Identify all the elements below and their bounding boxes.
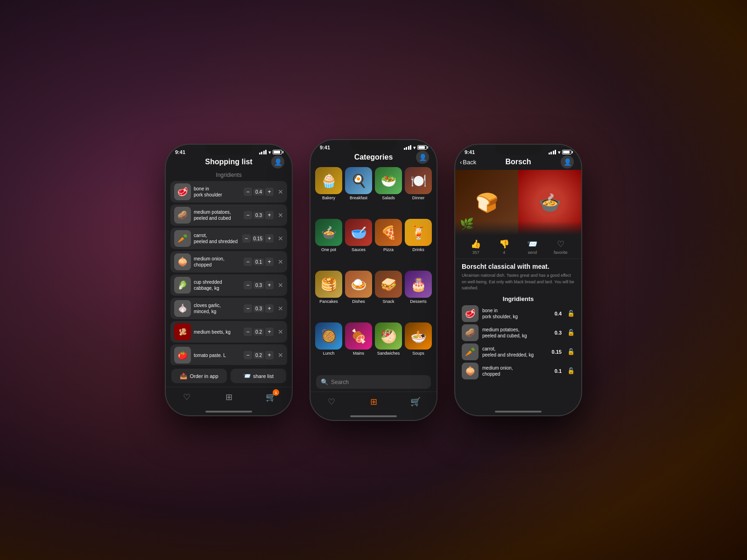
delete-icon[interactable]: ✕ xyxy=(278,281,283,289)
signal-2 xyxy=(404,145,412,150)
tab-categories-2[interactable]: ⊞ xyxy=(364,395,383,409)
send-button[interactable]: 📨 send xyxy=(518,239,547,255)
delete-icon[interactable]: ✕ xyxy=(278,258,283,266)
tab-favorites-2[interactable]: ♡ xyxy=(322,395,341,409)
thumbs-down-icon: 👎 xyxy=(499,239,509,249)
ingredient-name: medium beets, kg xyxy=(194,329,241,335)
phone-recipe: 9:41 ▾ ‹ Back Borsch 👤 🍞 xyxy=(455,145,581,415)
ingredient-name: medium potatoes,peeled and cubed, kg xyxy=(482,327,551,339)
profile-icon-3[interactable]: 👤 xyxy=(561,155,574,168)
recipe-title-header: Borsch xyxy=(505,158,531,166)
ingredient-name: carrot,peeled and shredded, kg xyxy=(482,346,548,358)
qty-minus[interactable]: − xyxy=(244,188,252,196)
qty-plus[interactable]: + xyxy=(265,351,274,359)
send-label: send xyxy=(528,250,537,255)
search-bar[interactable]: 🔍 Search xyxy=(316,375,431,389)
category-item-salads[interactable]: 🥗 Salads xyxy=(375,167,402,216)
bottom-tabs-2: ♡ ⊞ 🛒 xyxy=(310,392,437,413)
recipe-header: ‹ Back Borsch 👤 xyxy=(455,156,581,170)
category-label: Salads xyxy=(382,196,395,200)
profile-icon-2[interactable]: 👤 xyxy=(416,151,429,164)
qty-plus[interactable]: + xyxy=(265,281,274,289)
qty-plus[interactable]: + xyxy=(265,304,274,313)
ingredient-name: tomato paste. L xyxy=(194,352,241,358)
qty-plus[interactable]: + xyxy=(265,211,274,219)
send-icon: 📨 xyxy=(527,239,537,249)
qty-minus[interactable]: − xyxy=(244,304,252,313)
lock-icon[interactable]: 🔓 xyxy=(567,310,575,317)
category-item-sauces[interactable]: 🥣 Sauces xyxy=(345,219,372,268)
category-item-pancakes[interactable]: 🥞 Pancakes xyxy=(315,271,342,320)
category-item-mains[interactable]: 🍖 Mains xyxy=(345,322,372,371)
back-button[interactable]: ‹ Back xyxy=(460,159,476,166)
category-item-soups[interactable]: 🍜 Soups xyxy=(405,322,432,371)
tab-favorites-1[interactable]: ♡ xyxy=(177,390,196,404)
recipe-ingredient-row: 🥩 bone inpork shoulder, kg 0.4 🔓 xyxy=(462,305,575,322)
profile-icon-1[interactable]: 👤 xyxy=(271,155,284,168)
delete-icon[interactable]: ✕ xyxy=(278,328,283,336)
delete-icon[interactable]: ✕ xyxy=(278,351,283,359)
qty-minus[interactable]: − xyxy=(244,211,252,219)
dislike-button[interactable]: 👎 4 xyxy=(490,239,519,255)
qty-plus[interactable]: + xyxy=(265,328,274,336)
battery-1 xyxy=(273,150,282,154)
favorite-button[interactable]: ♡ favorite xyxy=(547,239,575,255)
qty-minus[interactable]: − xyxy=(244,258,252,266)
qty-plus[interactable]: + xyxy=(265,234,274,243)
category-item-drinks[interactable]: 🍹 Drinks xyxy=(405,219,432,268)
qty-value: 0.15 xyxy=(252,235,264,242)
delete-icon[interactable]: ✕ xyxy=(278,211,283,219)
share-list-button[interactable]: 📨 share list xyxy=(231,369,286,383)
qty-controls: − 0.1 + xyxy=(244,258,274,266)
category-item-dinner[interactable]: 🍽️ Dinner xyxy=(405,167,432,216)
lock-icon[interactable]: 🔓 xyxy=(567,367,575,374)
ingredient-image: 🧅 xyxy=(462,363,479,379)
ingredient-name: bone inpork shoulder xyxy=(194,186,241,198)
tab-categories-1[interactable]: ⊞ xyxy=(219,390,238,404)
ingredient-name: medium onion,chopped xyxy=(194,256,241,268)
ingredient-name: medium potatoes,peeled and cubed xyxy=(194,209,241,221)
qty-minus[interactable]: − xyxy=(244,351,252,359)
ingredient-qty: 0.4 xyxy=(555,311,562,316)
like-button[interactable]: 👍 357 xyxy=(462,239,490,255)
ingredient-list: 🥩 bone inpork shoulder − 0.4 + ✕ 🥔 mediu… xyxy=(166,181,292,365)
category-item-sandwiches[interactable]: 🥙 Sandwiches xyxy=(375,322,402,371)
lock-icon[interactable]: 🔓 xyxy=(567,329,575,336)
shopping-header: Shopping list 👤 xyxy=(166,156,292,170)
tab-cart-1[interactable]: 🛒 1 xyxy=(261,390,280,404)
category-item-dishes[interactable]: 🍛 Dishes xyxy=(345,271,372,320)
category-item-desserts[interactable]: 🎂 Desserts xyxy=(405,271,432,320)
qty-minus[interactable]: − xyxy=(244,281,252,289)
qty-plus[interactable]: + xyxy=(265,188,274,196)
category-item-onepot[interactable]: 🍲 One pot xyxy=(315,219,342,268)
ingredient-image: 🍅 xyxy=(174,347,191,364)
qty-value: 0.2 xyxy=(254,352,264,359)
home-indicator-1 xyxy=(205,411,252,413)
qty-plus[interactable]: + xyxy=(265,258,274,266)
share-icon: 📨 xyxy=(243,372,251,379)
recipe-description: Ukrainian national dish. Tastes great an… xyxy=(462,273,575,292)
phone-shopping-list: 9:41 ▾ Shopping list 👤 Ingridients 🥩 bon… xyxy=(166,145,292,415)
category-item-lunch[interactable]: 🥘 Lunch xyxy=(315,322,342,371)
delete-icon[interactable]: ✕ xyxy=(278,305,283,312)
chevron-left-icon: ‹ xyxy=(460,159,462,166)
wifi-3: ▾ xyxy=(558,150,560,155)
category-item-pizza[interactable]: 🍕 Pizza xyxy=(375,219,402,268)
category-image: 🍕 xyxy=(375,219,402,246)
category-item-breakfast[interactable]: 🍳 Breakfast xyxy=(345,167,372,216)
delete-icon[interactable]: ✕ xyxy=(278,188,283,196)
order-in-app-button[interactable]: 📤 Order in app xyxy=(171,369,227,383)
qty-minus[interactable]: − xyxy=(244,328,252,336)
recipe-content: Borscht classical with meat. Ukrainian n… xyxy=(455,259,581,409)
ingredient-name: carrot,peeled and shredded xyxy=(194,232,240,245)
lock-icon[interactable]: 🔓 xyxy=(567,348,575,355)
tab-cart-2[interactable]: 🛒 xyxy=(406,395,425,409)
qty-minus[interactable]: − xyxy=(242,234,251,243)
qty-value: 0.3 xyxy=(254,282,264,289)
search-input[interactable]: Search xyxy=(331,379,349,385)
category-item-snack[interactable]: 🥪 Snack xyxy=(375,271,402,320)
delete-icon[interactable]: ✕ xyxy=(278,235,283,242)
hero-overlay xyxy=(455,221,581,235)
recipe-ingredient-row: 🥔 medium potatoes,peeled and cubed, kg 0… xyxy=(462,324,575,341)
category-item-bakery[interactable]: 🧁 Bakery xyxy=(315,167,342,216)
